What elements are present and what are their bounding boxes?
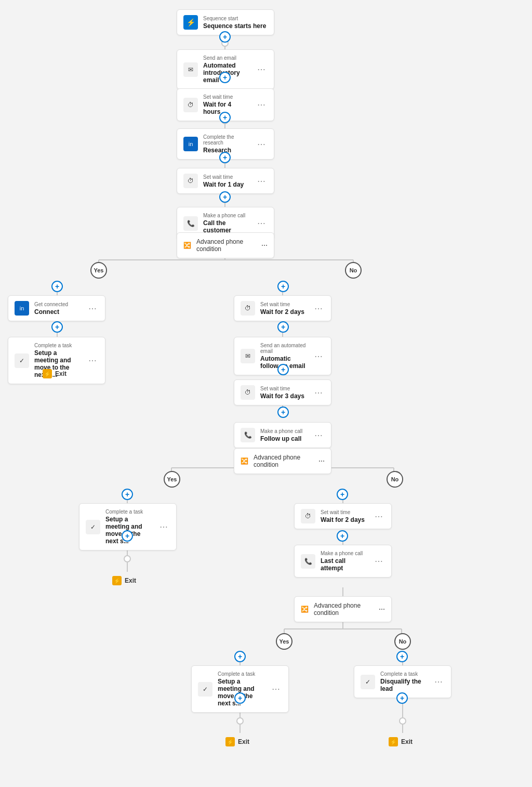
add-yes3-2[interactable]: +: [234, 692, 246, 704]
sequence-start-label: Sequence start: [203, 16, 268, 21]
wait-2d-1-menu[interactable]: ⋯: [312, 303, 325, 314]
condition-2-text: Advanced phone condition: [254, 454, 313, 468]
last-call-text: Make a phone call Last call attempt: [321, 550, 367, 572]
condition-1-text: Advanced phone condition: [196, 238, 256, 253]
wait-4h-menu[interactable]: ⋯: [255, 99, 268, 111]
add-yes2-1[interactable]: +: [122, 489, 133, 500]
wait-1d-card: ⏱ Set wait time Wait for 1 day ⋯: [177, 168, 274, 194]
phone-icon-3: 📞: [301, 554, 315, 569]
wait-icon-1: ⏱: [183, 98, 198, 112]
exit-3: ⚡ Exit: [225, 737, 249, 746]
wait-2d-1-label: Set wait time: [260, 301, 307, 307]
research-text: Complete the research Research: [203, 134, 250, 154]
setup-meeting-3-card: ✓ Complete a task Setup a meeting and mo…: [191, 665, 289, 713]
connect-menu[interactable]: ⋯: [86, 303, 99, 314]
svg-point-73: [400, 718, 406, 724]
call-customer-text: Make a phone call Call the customer: [203, 213, 250, 234]
setup-meeting-1-label: Complete a task: [34, 343, 81, 348]
wait-icon-5: ⏱: [301, 509, 315, 523]
last-call-card: 📞 Make a phone call Last call attempt ⋯: [294, 545, 392, 578]
add-yes-1[interactable]: +: [51, 281, 63, 292]
call-customer-menu[interactable]: ⋯: [255, 217, 268, 229]
add-no-2[interactable]: +: [277, 321, 289, 333]
phone-icon-1: 📞: [183, 216, 198, 231]
add-no-3[interactable]: +: [277, 364, 289, 375]
task-icon-1: ✓: [15, 353, 29, 368]
wait-3d-menu[interactable]: ⋯: [312, 387, 325, 399]
add-no2-1[interactable]: +: [337, 489, 348, 500]
condition-1-menu[interactable]: ⋯: [261, 242, 268, 249]
research-menu[interactable]: ⋯: [255, 138, 268, 150]
setup-meeting-3-label: Complete a task: [218, 671, 264, 677]
exit-icon-2: ⚡: [112, 576, 122, 585]
add-step-2[interactable]: +: [219, 72, 231, 83]
condition-3-title: Advanced phone condition: [314, 602, 374, 617]
add-step-5[interactable]: +: [219, 191, 231, 203]
add-yes2-2[interactable]: +: [122, 530, 133, 542]
condition-3-menu[interactable]: ⋯: [379, 606, 385, 613]
add-step-1[interactable]: +: [219, 31, 231, 43]
setup-meeting-3-menu[interactable]: ⋯: [270, 683, 282, 695]
wait-icon-4: ⏱: [241, 385, 255, 400]
disqualify-menu[interactable]: ⋯: [432, 676, 445, 688]
wait-2d-2-label: Set wait time: [321, 509, 367, 515]
add-step-4[interactable]: +: [219, 152, 231, 163]
branch-yes-1: Yes: [90, 262, 107, 279]
call-customer-title: Call the customer: [203, 219, 250, 234]
wait-1d-label: Set wait time: [203, 174, 250, 180]
branch-no-2: No: [387, 471, 403, 488]
condition-1-title: Advanced phone condition: [196, 238, 256, 253]
send-email-menu[interactable]: ⋯: [255, 63, 268, 75]
exit-1: ⚡ Exit: [43, 369, 66, 378]
sequence-start-title: Sequence starts here: [203, 22, 268, 30]
setup-meeting-2-menu[interactable]: ⋯: [157, 521, 170, 533]
wait-2d-1-title: Wait for 2 days: [260, 308, 307, 316]
condition-2-menu[interactable]: ⋯: [318, 457, 325, 465]
research-label: Complete the research: [203, 134, 250, 146]
wait-4h-label: Set wait time: [203, 94, 250, 100]
wait-1d-menu[interactable]: ⋯: [255, 175, 268, 187]
add-no-1[interactable]: +: [277, 281, 289, 292]
wait-2d-2-menu[interactable]: ⋯: [373, 510, 385, 522]
add-yes-2[interactable]: +: [51, 321, 63, 333]
wait-2d-1-text: Set wait time Wait for 2 days: [260, 301, 307, 316]
connect-text: Get connected Connect: [34, 301, 81, 316]
disqualify-text: Complete a task Disqualify the lead: [380, 671, 427, 692]
wait-2d-2-text: Set wait time Wait for 2 days: [321, 509, 367, 523]
task-icon-3: ✓: [198, 682, 212, 697]
disqualify-label: Complete a task: [380, 671, 427, 677]
connect-title: Connect: [34, 308, 81, 316]
branch-yes-2: Yes: [164, 471, 180, 488]
wait-icon-3: ⏱: [241, 301, 255, 316]
condition-icon-2: 🔀: [241, 457, 248, 465]
followup-call-label: Make a phone call: [260, 428, 307, 434]
wait-2d-2-card: ⏱ Set wait time Wait for 2 days ⋯: [294, 503, 392, 529]
branch-no-1: No: [345, 262, 362, 279]
condition-3-card: 🔀 Advanced phone condition ⋯: [294, 596, 392, 622]
call-customer-label: Make a phone call: [203, 213, 250, 218]
auto-followup-menu[interactable]: ⋯: [312, 350, 325, 362]
linkedin-icon: in: [183, 137, 198, 151]
followup-call-menu[interactable]: ⋯: [312, 429, 325, 441]
wait-3d-card: ⏱ Set wait time Wait for 3 days ⋯: [234, 379, 331, 405]
add-no3-1[interactable]: +: [396, 651, 408, 662]
add-step-3[interactable]: +: [219, 112, 231, 123]
add-no-4[interactable]: +: [277, 406, 289, 418]
add-yes3-1[interactable]: +: [234, 651, 246, 662]
wait-2d-2-title: Wait for 2 days: [321, 516, 367, 523]
connect-label: Get connected: [34, 301, 81, 307]
add-no2-2[interactable]: +: [337, 530, 348, 542]
exit-2: ⚡ Exit: [112, 576, 136, 585]
connect-card: in Get connected Connect ⋯: [8, 295, 105, 321]
add-no3-2[interactable]: +: [396, 692, 408, 704]
wait-3d-label: Set wait time: [260, 386, 307, 391]
followup-call-text: Make a phone call Follow up call: [260, 428, 307, 442]
last-call-menu[interactable]: ⋯: [373, 555, 385, 567]
wait-icon-2: ⏱: [183, 174, 198, 188]
setup-meeting-1-menu[interactable]: ⋯: [86, 355, 99, 366]
exit-4: ⚡ Exit: [389, 737, 413, 746]
last-call-title: Last call attempt: [321, 557, 367, 572]
sequence-start-icon: ⚡: [183, 15, 198, 30]
connect-icon: in: [15, 301, 29, 316]
task-icon-4: ✓: [361, 675, 375, 689]
